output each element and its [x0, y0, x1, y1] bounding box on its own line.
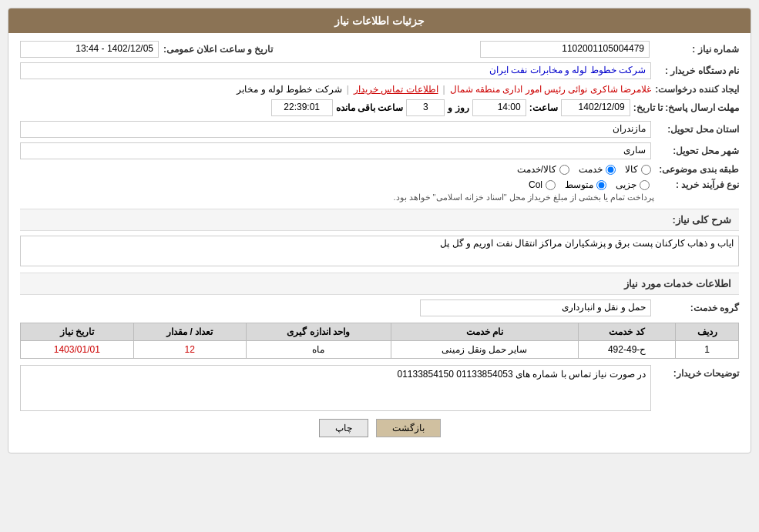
shahr-value: ساری	[20, 142, 651, 159]
ijad-value2: شرکت خطوط لوله و مخابر	[237, 84, 341, 95]
mohlat-date: 1402/12/09	[561, 99, 630, 116]
shomara-niaz-value: 1102001105004479	[480, 41, 650, 58]
tabaqe-option-khedmat[interactable]: خدمت	[579, 164, 616, 175]
col-header-vahed: واحد اندازه گیری	[247, 323, 391, 341]
tabaqe-option-kala-khedmat[interactable]: کالا/خدمت	[517, 164, 569, 175]
tabaqe-khedmat-label: خدمت	[579, 164, 603, 175]
col-header-name: نام خدمت	[391, 323, 578, 341]
ostan-value: مازندران	[20, 121, 651, 138]
col-header-tedad: تعداد / مقدار	[133, 323, 246, 341]
cell-kod: ح-49-492	[579, 341, 676, 359]
cell-tedad: 12	[133, 341, 246, 359]
noe-farayand-radio-group: جزیی متوسط Col	[529, 179, 650, 190]
name-dastgah-value: شرکت خطوط لوله و مخابرات نفت ایران	[20, 62, 651, 79]
col-header-radif: ردیف	[676, 323, 739, 341]
mohlat-time: 14:00	[472, 99, 526, 116]
name-dastgah-label: نام دستگاه خریدار :	[654, 65, 739, 76]
mohlat-roz-val: 3	[406, 99, 445, 116]
tabaqe-radio-group: کالا خدمت کالا/خدمت	[517, 164, 651, 175]
col-header-kod: کد خدمت	[579, 323, 676, 341]
noe-motawaset[interactable]: متوسط	[565, 179, 606, 190]
buyer-notes-value: در صورت نیاز تماس با شماره های 011338540…	[20, 365, 651, 411]
mohlat-countdown-label: ساعت باقی مانده	[336, 102, 404, 113]
tabaqe-kala-label: کالا	[625, 164, 638, 175]
mohlat-time-label: ساعت:	[529, 102, 558, 113]
cell-radif: 1	[676, 341, 739, 359]
mohlat-countdown: 22:39:01	[271, 99, 333, 116]
print-button[interactable]: چاپ	[319, 419, 368, 437]
noe-jozi[interactable]: جزیی	[616, 179, 650, 190]
cell-tarikh: 1403/01/01	[21, 341, 134, 359]
ijad-label: ایجاد کننده درخواست:	[654, 84, 739, 95]
gorohe-value: حمل و نقل و انبارداری	[420, 299, 651, 316]
services-table: ردیف کد خدمت نام خدمت واحد اندازه گیری ت…	[20, 323, 739, 359]
page-title: جزئیات اطلاعات نیاز	[8, 8, 751, 33]
gorohe-label: گروه خدمت:	[654, 303, 739, 313]
sharh-section-header: شرح کلی نیاز:	[20, 209, 739, 231]
ostan-label: استان محل تحویل:	[654, 124, 739, 135]
cell-name: سایر حمل ونقل زمینی	[391, 341, 578, 359]
shomara-niaz-label: شماره نیاز :	[654, 44, 739, 55]
col-header-tarikh: تاریخ نیاز	[21, 323, 134, 341]
tabaqe-label: طبقه بندی موضوعی:	[654, 164, 739, 175]
tarikh-label: تاریخ و ساعت اعلان عمومی:	[163, 44, 273, 55]
mohlat-roz-label: روز و	[448, 102, 468, 113]
ijad-link[interactable]: اطلاعات تماس خریدار	[354, 84, 438, 95]
noe-farayand-note: پرداخت تمام یا بخشی از مبلغ خریداز محل "…	[393, 192, 654, 202]
back-button[interactable]: بازگشت	[376, 419, 441, 437]
ijad-value1: غلامرضا شاکری نوائی رئیس امور اداری منطق…	[450, 84, 651, 95]
services-section-header: اطلاعات خدمات مورد نیاز	[20, 273, 739, 295]
tabaqe-option-kala[interactable]: کالا	[625, 164, 651, 175]
sharh-value: ایاب و ذهاب کارکنان پست برق و پزشکیاران …	[20, 236, 739, 266]
mohlat-label: مهلت ارسال پاسخ: تا تاریخ:	[633, 102, 739, 113]
buyer-notes-label: توضیحات خریدار:	[654, 368, 739, 379]
bottom-buttons: بازگشت چاپ	[20, 419, 739, 437]
noe-col[interactable]: Col	[529, 179, 556, 190]
noe-farayand-label: نوع فرآیند خرید :	[654, 179, 739, 190]
cell-vahed: ماه	[247, 341, 391, 359]
table-row: 1 ح-49-492 سایر حمل ونقل زمینی ماه 12 14…	[21, 341, 739, 359]
tarikh-value: 1402/12/05 - 13:44	[20, 41, 159, 58]
shahr-label: شهر محل تحویل:	[654, 146, 739, 156]
tabaqe-kala-khedmat-label: کالا/خدمت	[517, 164, 556, 175]
